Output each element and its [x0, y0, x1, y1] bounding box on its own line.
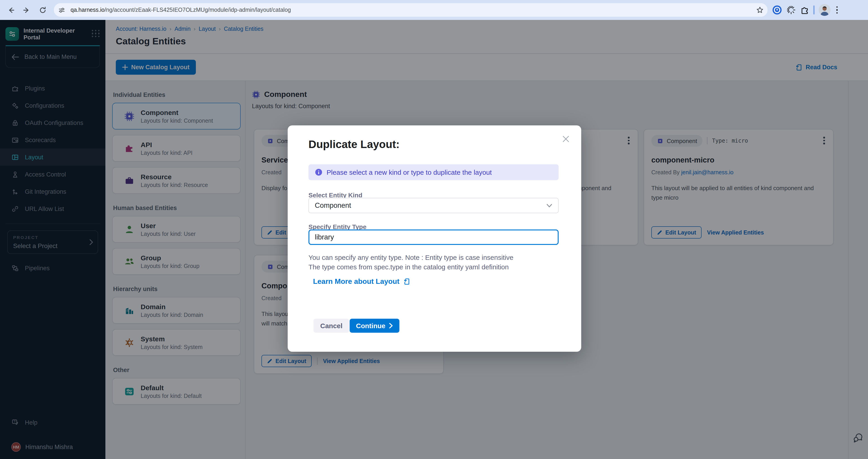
chrome-separator	[813, 5, 815, 15]
info-banner-text: Please select a new kind or type to dupl…	[327, 168, 492, 176]
url-text: qa.harness.io/ng/account/zEaak-FLS425IEO…	[70, 7, 754, 13]
learn-more-link[interactable]: Learn More about Layout	[313, 278, 410, 286]
loading-extension-icon[interactable]	[786, 5, 796, 15]
browser-profile-avatar[interactable]	[819, 4, 831, 16]
screen: qa.harness.io/ng/account/zEaak-FLS425IEO…	[0, 0, 868, 459]
duplicate-layout-modal: Duplicate Layout: Please select a new ki…	[288, 125, 581, 352]
help-text-line2: The type comes from spec.type in the cat…	[308, 263, 508, 271]
info-banner: Please select a new kind or type to dupl…	[308, 164, 559, 180]
continue-button[interactable]: Continue	[350, 319, 399, 333]
onepassword-icon[interactable]	[772, 5, 782, 15]
learn-more-label: Learn More about Layout	[313, 278, 399, 286]
browser-extensions-area	[772, 4, 840, 16]
url-bar[interactable]: qa.harness.io/ng/account/zEaak-FLS425IEO…	[54, 3, 768, 17]
entity-type-input[interactable]	[308, 229, 559, 245]
browser-back-icon[interactable]	[4, 3, 18, 17]
entity-kind-select[interactable]: Component	[308, 198, 559, 213]
url-host: qa.harness.io	[70, 7, 104, 13]
modal-title: Duplicate Layout:	[308, 138, 400, 151]
doc-external-icon	[403, 278, 410, 285]
app-window: Internal Developer Portal Back to Main M…	[0, 20, 868, 459]
browser-menu-icon[interactable]	[835, 4, 840, 16]
close-icon[interactable]	[562, 135, 569, 143]
url-path: /ng/account/zEaak-FLS425IEO7OLzMUg/modul…	[104, 7, 291, 13]
extensions-puzzle-icon[interactable]	[800, 5, 809, 15]
bookmark-star-icon[interactable]	[754, 4, 766, 16]
chevron-right-icon	[389, 323, 393, 328]
site-info-icon[interactable]	[56, 4, 67, 16]
entity-kind-value: Component	[315, 201, 351, 209]
help-text-line1: You can specify any entity type. Note : …	[308, 254, 514, 261]
chevron-down-icon	[547, 203, 552, 207]
continue-label: Continue	[356, 322, 385, 329]
cancel-button[interactable]: Cancel	[313, 319, 349, 333]
info-icon	[315, 168, 322, 176]
browser-forward-icon[interactable]	[20, 3, 33, 17]
browser-toolbar: qa.harness.io/ng/account/zEaak-FLS425IEO…	[0, 0, 868, 20]
browser-reload-icon[interactable]	[36, 3, 49, 17]
